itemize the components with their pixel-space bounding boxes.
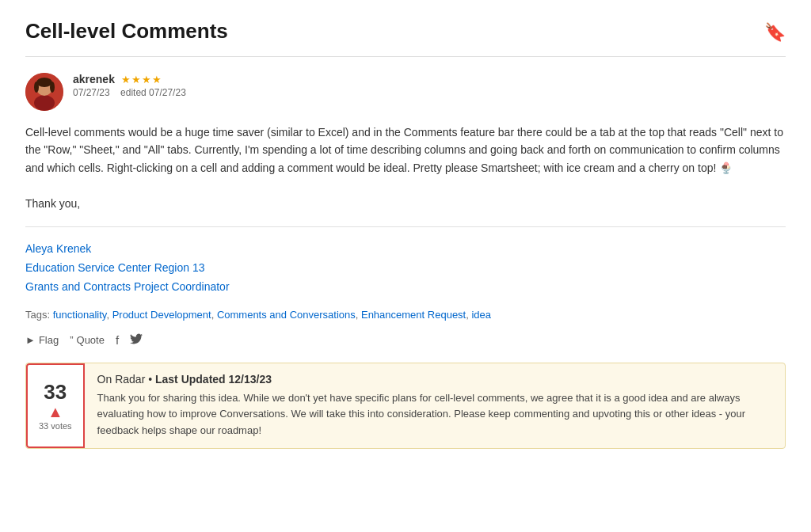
radar-content: On Radar • Last Updated 12/13/23 Thank y…	[85, 363, 785, 447]
radar-header: On Radar • Last Updated 12/13/23	[97, 373, 772, 386]
divider-1	[25, 226, 786, 227]
radar-box: 33 ▲ 33 votes On Radar • Last Updated 12…	[25, 363, 786, 448]
quote-button[interactable]: ” Quote	[70, 334, 105, 346]
quote-icon: ”	[70, 334, 73, 346]
tag-product-development[interactable]: Product Development	[112, 309, 211, 321]
post-body: Cell-level comments would be a huge time…	[25, 124, 786, 212]
sig-name-link[interactable]: Aleya Krenek	[25, 240, 786, 259]
author-date: 07/27/23 edited 07/27/23	[73, 87, 186, 98]
avatar	[25, 73, 63, 111]
svg-point-3	[36, 78, 52, 87]
author-name-row: akrenek ★★★★	[73, 73, 186, 86]
vote-arrow-icon[interactable]: ▲	[48, 404, 63, 420]
signature-block: Aleya Krenek Education Service Center Re…	[25, 240, 786, 296]
page-header: Cell-level Comments 🔖	[25, 19, 786, 57]
tag-idea[interactable]: idea	[471, 309, 491, 321]
facebook-icon[interactable]: f	[116, 333, 119, 347]
on-radar-text: On Radar	[97, 373, 146, 386]
vote-count: 33	[44, 382, 67, 402]
flag-button[interactable]: ► Flag	[25, 334, 59, 346]
author-stars: ★★★★	[121, 74, 162, 86]
svg-point-5	[50, 82, 55, 93]
post-text: Cell-level comments would be a huge time…	[25, 124, 786, 177]
flag-label: Flag	[39, 334, 59, 346]
edit-date: edited 07/27/23	[120, 87, 186, 98]
tag-comments-conversations[interactable]: Comments and Conversations	[217, 309, 356, 321]
author-username: akrenek	[73, 73, 115, 86]
sig-title-link[interactable]: Grants and Contracts Project Coordinator	[25, 278, 786, 297]
page-title: Cell-level Comments	[25, 19, 228, 44]
radar-date: Last Updated 12/13/23	[155, 373, 272, 386]
post-date: 07/27/23	[73, 87, 110, 98]
post-closing: Thank you,	[25, 195, 786, 212]
tags-row: Tags: functionality, Product Development…	[25, 309, 786, 321]
quote-label: Quote	[77, 334, 105, 346]
flag-icon: ►	[25, 334, 36, 346]
bookmark-icon[interactable]: 🔖	[764, 22, 786, 43]
radar-separator: •	[148, 373, 155, 386]
svg-point-4	[34, 82, 39, 93]
author-meta: akrenek ★★★★ 07/27/23 edited 07/27/23	[73, 73, 186, 98]
page-container: Cell-level Comments 🔖 akrenek ★★★★	[0, 0, 811, 474]
author-row: akrenek ★★★★ 07/27/23 edited 07/27/23	[25, 73, 786, 111]
sig-org-link[interactable]: Education Service Center Region 13	[25, 259, 786, 278]
vote-section[interactable]: 33 ▲ 33 votes	[26, 363, 85, 447]
radar-body: Thank you for sharing this idea. While w…	[97, 390, 772, 438]
svg-point-1	[34, 95, 55, 111]
tag-functionality[interactable]: functionality	[53, 309, 107, 321]
tag-enhancement-request[interactable]: Enhancement Request	[361, 309, 466, 321]
vote-label: 33 votes	[39, 421, 72, 431]
tags-label: Tags:	[25, 309, 50, 321]
action-row: ► Flag ” Quote f	[25, 333, 786, 347]
twitter-icon[interactable]	[130, 333, 143, 347]
